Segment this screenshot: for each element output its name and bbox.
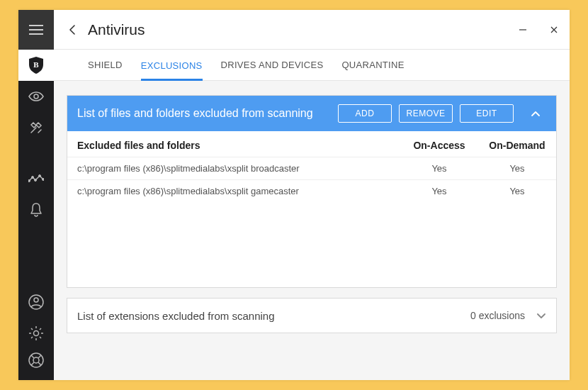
tab-shield[interactable]: SHIELD [88, 50, 123, 81]
page-title: Antivirus [88, 21, 145, 38]
app-window: B Antivirus [18, 10, 570, 380]
svg-point-9 [34, 331, 39, 336]
svg-point-6 [43, 179, 45, 181]
svg-point-5 [39, 175, 41, 177]
remove-button[interactable]: REMOVE [399, 104, 453, 123]
files-panel-title: List of files and folders excluded from … [77, 107, 331, 120]
minimize-icon [519, 26, 527, 34]
eye-icon [28, 91, 44, 101]
close-button[interactable] [538, 10, 570, 50]
menu-button[interactable] [18, 10, 54, 50]
content-area: List of files and folders excluded from … [54, 81, 570, 380]
lifebuoy-icon [28, 352, 44, 368]
table-row[interactable]: c:\program files (x86)\splitmedialabs\xs… [67, 180, 556, 203]
svg-point-1 [34, 94, 38, 99]
collapse-button[interactable] [525, 103, 546, 124]
sidebar-item-support[interactable] [18, 349, 54, 380]
sidebar-item-settings[interactable] [18, 318, 54, 349]
files-panel-header: List of files and folders excluded from … [67, 96, 556, 131]
bell-icon [30, 203, 43, 217]
edit-button[interactable]: EDIT [460, 104, 514, 123]
back-button[interactable] [61, 18, 84, 41]
table-row[interactable]: c:\program files (x86)\splitmedialabs\xs… [67, 157, 556, 180]
chevron-up-icon [531, 111, 541, 117]
sidebar-item-notifications[interactable] [18, 194, 54, 225]
extensions-panel-title: List of extensions excluded from scannin… [77, 310, 470, 322]
files-panel-body: Excluded files and folders On-Access On-… [67, 131, 556, 287]
exclusions-table: Excluded files and folders On-Access On-… [67, 131, 556, 202]
sidebar: B [18, 10, 54, 380]
sidebar-item-antivirus[interactable]: B [18, 50, 54, 81]
close-icon [550, 26, 558, 34]
files-exclusion-panel: List of files and folders excluded from … [67, 95, 557, 288]
extensions-count: 0 exclusions [470, 310, 525, 321]
cell-onaccess: Yes [400, 157, 478, 180]
tab-exclusions[interactable]: EXCLUSIONS [141, 50, 203, 81]
svg-point-4 [35, 179, 37, 182]
sidebar-item-tools[interactable] [18, 112, 54, 143]
titlebar: Antivirus [54, 10, 570, 50]
activity-icon [28, 174, 44, 184]
svg-point-3 [32, 177, 34, 179]
main-area: Antivirus SHIELD EXCLUSIONS DRIVES AND D… [54, 10, 570, 380]
add-button[interactable]: ADD [338, 104, 392, 123]
gear-icon [28, 325, 44, 341]
cell-onaccess: Yes [400, 180, 478, 203]
svg-point-11 [33, 357, 39, 363]
hamburger-icon [29, 25, 43, 35]
shield-b-icon: B [28, 56, 44, 74]
chevron-down-icon [536, 313, 546, 319]
cell-path: c:\program files (x86)\splitmedialabs\xs… [67, 180, 400, 203]
col-path: Excluded files and folders [67, 131, 400, 157]
col-ondemand: On-Demand [478, 131, 556, 157]
extensions-exclusion-panel: List of extensions excluded from scannin… [67, 298, 557, 333]
tab-quarantine[interactable]: QUARANTINE [341, 50, 404, 81]
cell-ondemand: Yes [478, 180, 556, 203]
sidebar-item-privacy[interactable] [18, 81, 54, 112]
tab-bar: SHIELD EXCLUSIONS DRIVES AND DEVICES QUA… [54, 50, 570, 81]
user-circle-icon [28, 294, 44, 310]
col-onaccess: On-Access [400, 131, 478, 157]
minimize-button[interactable] [507, 10, 538, 50]
svg-point-2 [28, 180, 30, 182]
svg-point-8 [34, 298, 38, 302]
tab-drives[interactable]: DRIVES AND DEVICES [221, 50, 324, 81]
svg-text:B: B [33, 60, 39, 69]
cell-ondemand: Yes [478, 157, 556, 180]
sidebar-item-account[interactable] [18, 286, 54, 318]
chevron-left-icon [69, 24, 76, 35]
tools-icon [29, 121, 43, 135]
expand-button[interactable] [536, 309, 546, 322]
cell-path: c:\program files (x86)\splitmedialabs\xs… [67, 157, 400, 180]
sidebar-item-activity[interactable] [18, 163, 54, 194]
